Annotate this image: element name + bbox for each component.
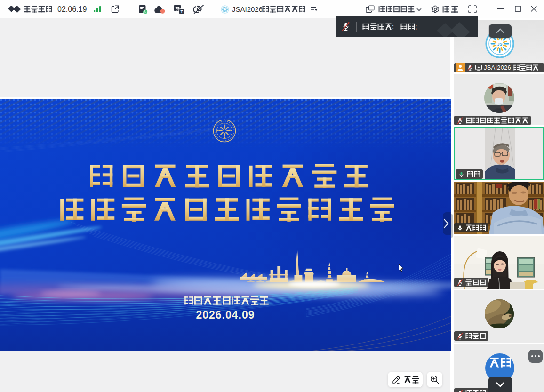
- svg-text:JS: JS: [497, 42, 502, 47]
- svg-text:T: T: [180, 9, 183, 14]
- svg-text:2026.04.09: 2026.04.09: [196, 309, 255, 321]
